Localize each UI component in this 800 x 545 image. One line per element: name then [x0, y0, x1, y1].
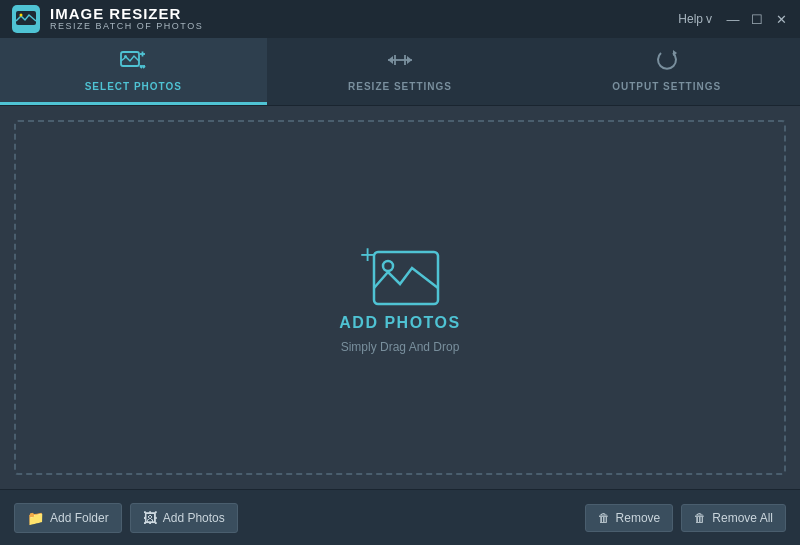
close-button[interactable]: ✕ — [774, 12, 788, 26]
bottom-left-buttons: 📁 Add Folder 🖼 Add Photos — [14, 503, 238, 533]
tabs-bar: SELECT PHOTOS RESIZE SETTINGS OUTPUT SET… — [0, 38, 800, 106]
bottom-right-buttons: 🗑 Remove 🗑 Remove All — [585, 504, 786, 532]
window-controls: — ☐ ✕ — [726, 12, 788, 26]
select-photos-icon — [119, 49, 147, 77]
remove-button[interactable]: 🗑 Remove — [585, 504, 674, 532]
tab-output-settings-label: OUTPUT SETTINGS — [612, 81, 721, 92]
tab-output-settings[interactable]: OUTPUT SETTINGS — [533, 38, 800, 105]
help-button[interactable]: Help v — [678, 12, 712, 26]
svg-marker-15 — [407, 56, 412, 64]
resize-settings-icon — [386, 49, 414, 77]
add-folder-button[interactable]: 📁 Add Folder — [14, 503, 122, 533]
maximize-button[interactable]: ☐ — [750, 12, 764, 26]
photo-frame-icon — [372, 250, 440, 306]
remove-icon: 🗑 — [598, 511, 610, 525]
add-photos-label: ADD PHOTOS — [339, 314, 460, 332]
folder-icon: 📁 — [27, 510, 44, 526]
tab-resize-settings-label: RESIZE SETTINGS — [348, 81, 452, 92]
minimize-button[interactable]: — — [726, 12, 740, 26]
tab-select-photos-label: SELECT PHOTOS — [85, 81, 182, 92]
remove-all-button[interactable]: 🗑 Remove All — [681, 504, 786, 532]
app-title: IMAGE RESIZER RESIZE BATCH OF PHOTOS — [50, 6, 203, 32]
bottom-bar: 📁 Add Folder 🖼 Add Photos 🗑 Remove 🗑 Rem… — [0, 489, 800, 545]
remove-all-icon: 🗑 — [694, 511, 706, 525]
output-settings-icon — [653, 49, 681, 77]
add-photos-sublabel: Simply Drag And Drop — [341, 340, 460, 354]
tab-select-photos[interactable]: SELECT PHOTOS — [0, 38, 267, 105]
main-content: + ADD PHOTOS Simply Drag And Drop — [0, 106, 800, 489]
app-subtitle: RESIZE BATCH OF PHOTOS — [50, 22, 203, 32]
drop-zone[interactable]: + ADD PHOTOS Simply Drag And Drop — [14, 120, 786, 475]
svg-marker-14 — [388, 56, 393, 64]
app-name: IMAGE RESIZER — [50, 6, 203, 23]
tab-resize-settings[interactable]: RESIZE SETTINGS — [267, 38, 534, 105]
title-bar-right: Help v — ☐ ✕ — [678, 12, 788, 26]
title-bar-left: IMAGE RESIZER RESIZE BATCH OF PHOTOS — [12, 5, 203, 33]
app-logo-icon — [12, 5, 40, 33]
image-icon: 🖼 — [143, 510, 157, 526]
svg-point-2 — [20, 14, 23, 17]
svg-point-7 — [124, 55, 127, 58]
svg-point-20 — [383, 261, 393, 271]
title-bar: IMAGE RESIZER RESIZE BATCH OF PHOTOS Hel… — [0, 0, 800, 38]
add-photos-icon: + — [360, 241, 440, 306]
add-photos-button[interactable]: 🖼 Add Photos — [130, 503, 238, 533]
